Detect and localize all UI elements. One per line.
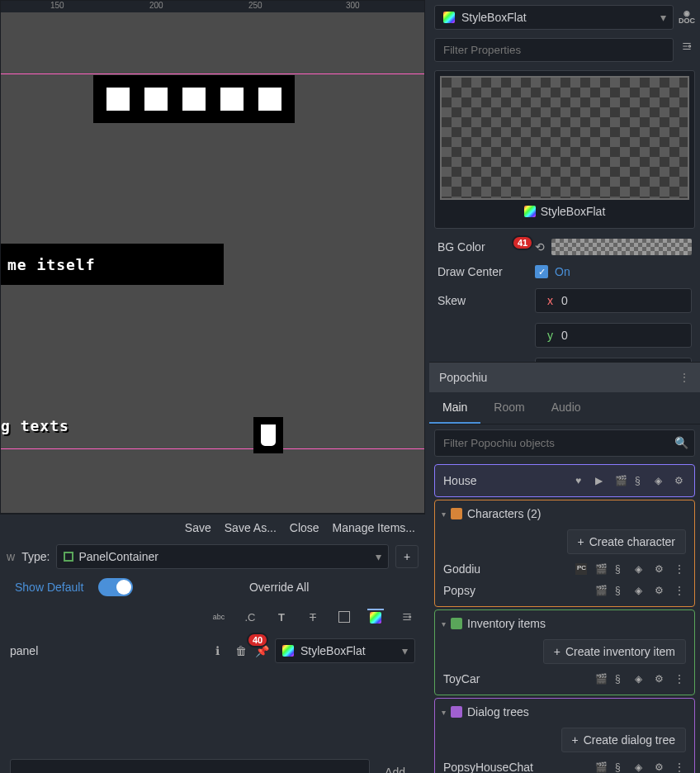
add-button[interactable]: Add — [375, 759, 415, 773]
draw-center-checkbox[interactable]: ✓ — [535, 265, 548, 278]
stylebox-tab[interactable] — [367, 609, 384, 625]
popochiu-panel: Popochiu ⋮ Main Room Audio 🔍 House ♥ ▶ 🎬… — [429, 362, 700, 773]
inventory-item[interactable]: ToyCar — [443, 672, 590, 685]
game-text-box: me itself — [1, 244, 224, 285]
add-item-input[interactable] — [10, 759, 370, 773]
tab-room[interactable]: Room — [480, 392, 537, 424]
resource-icon[interactable]: ◈ — [655, 475, 666, 486]
show-default-button[interactable]: Show Default — [7, 576, 92, 599]
icon-tab[interactable] — [336, 609, 352, 625]
delete-icon[interactable]: 🗑 — [235, 644, 248, 657]
fontsize-tab[interactable]: T — [305, 609, 321, 625]
scene-icon[interactable]: 🎬 — [595, 563, 607, 575]
rainbow-icon — [370, 612, 381, 624]
gear-icon[interactable]: ⚙ — [655, 585, 666, 596]
scene-icon[interactable]: 🎬 — [595, 673, 607, 685]
rename-icon[interactable]: ℹ — [215, 644, 229, 657]
override-all-button[interactable]: Override All — [140, 576, 419, 599]
kebab-icon[interactable]: ⋮ — [674, 563, 686, 575]
theme-editor-panel: Save Save As... Close Manage Items... w … — [0, 514, 425, 773]
skew-y-input[interactable]: y0 — [535, 323, 692, 348]
rainbow-icon — [282, 645, 294, 657]
rainbow-icon — [443, 12, 455, 23]
script-icon[interactable]: § — [615, 563, 627, 575]
svg-point-3 — [688, 45, 690, 47]
cursor-box — [253, 417, 283, 453]
create-inventory-button[interactable]: +Create inventory item — [543, 639, 686, 664]
constant-tab[interactable]: .C — [242, 609, 258, 625]
kebab-icon[interactable]: ⋮ — [674, 761, 686, 773]
section-dialog: ▾ Dialog trees +Create dialog tree Popsy… — [434, 698, 695, 773]
skew-x-input[interactable]: x0 — [535, 288, 692, 313]
scene-icon[interactable]: 🎬 — [595, 761, 607, 773]
characters-icon — [451, 508, 462, 519]
search-icon: 🔍 — [674, 436, 688, 449]
popochiu-tabs: Main Room Audio — [429, 392, 700, 424]
game-text: me itself — [7, 256, 96, 273]
save-as-button[interactable]: Save As... — [225, 521, 277, 534]
draw-center-label: Draw Center — [438, 265, 528, 278]
type-dropdown[interactable]: PanelContainer ▾ — [56, 544, 389, 569]
resource-dropdown[interactable]: StyleBoxFlat — [434, 5, 674, 30]
manage-items-button[interactable]: Manage Items... — [333, 521, 415, 534]
scene-icon[interactable]: 🎬 — [595, 585, 607, 596]
doc-icon[interactable]: ◉DOC — [679, 9, 695, 26]
book-icon — [220, 88, 244, 111]
collapse-icon[interactable]: ▾ — [442, 708, 446, 717]
filter-objects-input[interactable] — [434, 429, 695, 457]
filter-settings-icon[interactable] — [679, 38, 695, 55]
gear-icon[interactable]: ⚙ — [674, 475, 686, 486]
kebab-icon[interactable]: ⋮ — [674, 673, 686, 685]
character-item[interactable]: Popsy — [443, 584, 590, 597]
character-item[interactable]: Goddiu — [443, 562, 570, 576]
kebab-icon[interactable]: ⋮ — [679, 371, 690, 384]
preview-label: StyleBoxFlat — [541, 205, 606, 218]
data-type-tabs: abc .C T T — [0, 602, 425, 632]
stylebox-preview: StyleBoxFlat — [434, 70, 695, 229]
bg-color-picker[interactable] — [551, 239, 692, 255]
scene-icon[interactable]: 🎬 — [615, 475, 627, 486]
panelcontainer-icon — [64, 552, 73, 562]
svg-rect-0 — [225, 89, 236, 105]
ruler-tick: 250 — [248, 1, 262, 10]
viewport-canvas[interactable]: me itself g texts — [1, 12, 424, 513]
tab-audio[interactable]: Audio — [538, 392, 594, 424]
script-icon[interactable]: § — [615, 585, 627, 596]
resource-icon[interactable]: ◈ — [635, 563, 646, 575]
reset-icon[interactable]: ⟲ — [535, 240, 545, 254]
on-label: On — [555, 265, 570, 278]
house-label[interactable]: House — [443, 474, 570, 487]
script-icon[interactable]: § — [635, 475, 646, 486]
show-default-toggle[interactable] — [98, 578, 133, 596]
script-icon[interactable]: § — [615, 673, 627, 685]
kebab-icon[interactable]: ⋮ — [674, 585, 686, 596]
gear-icon[interactable]: ⚙ — [655, 563, 666, 575]
create-dialog-button[interactable]: +Create dialog tree — [561, 728, 686, 752]
gear-icon[interactable]: ⚙ — [655, 673, 666, 685]
play-icon[interactable]: ▶ — [595, 475, 607, 486]
gear-icon[interactable]: ⚙ — [655, 761, 666, 773]
script-icon[interactable]: § — [615, 761, 627, 773]
color-tab[interactable]: abc — [210, 609, 227, 625]
badge-40: 40 — [247, 633, 268, 647]
dialog-item[interactable]: PopsyHouseChat — [443, 761, 590, 773]
resource-icon[interactable]: ◈ — [635, 761, 646, 773]
resource-icon[interactable]: ◈ — [635, 585, 646, 596]
close-button[interactable]: Close — [290, 521, 319, 534]
collapse-icon[interactable]: ▾ — [442, 510, 446, 519]
resource-icon[interactable]: ◈ — [635, 673, 646, 685]
heart-icon[interactable]: ♥ — [575, 475, 587, 486]
tab-main[interactable]: Main — [429, 392, 480, 424]
create-character-button[interactable]: +Create character — [567, 529, 686, 554]
filter-properties-input[interactable] — [434, 38, 674, 62]
font-tab[interactable]: T — [273, 609, 290, 625]
settings-tab[interactable] — [399, 609, 415, 625]
skew-label: Skew — [438, 294, 528, 307]
collapse-icon[interactable]: ▾ — [442, 619, 446, 628]
audio-icon — [182, 88, 206, 111]
add-type-button[interactable]: + — [395, 545, 419, 568]
pin-icon[interactable]: 📌 40 — [255, 644, 268, 657]
save-button[interactable]: Save — [185, 521, 211, 534]
stylebox-dropdown[interactable]: StyleBoxFlat — [275, 638, 415, 663]
resource-name: StyleBoxFlat — [461, 11, 527, 24]
